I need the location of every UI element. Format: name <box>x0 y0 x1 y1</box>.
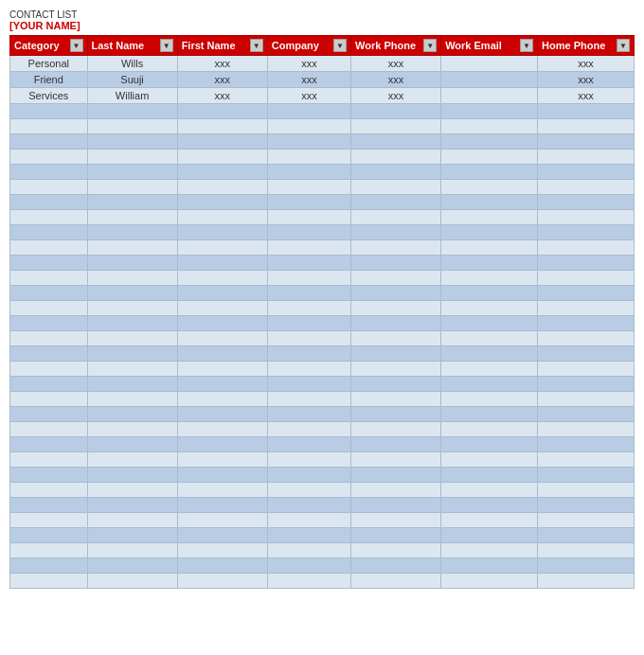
cell-company[interactable] <box>267 301 350 316</box>
cell-category[interactable] <box>10 543 88 558</box>
cell-lastname[interactable] <box>87 377 177 392</box>
cell-workphone[interactable] <box>351 210 441 225</box>
cell-homephone[interactable] <box>538 422 635 437</box>
cell-homephone[interactable] <box>538 468 635 483</box>
cell-workphone[interactable] <box>351 316 441 331</box>
cell-firstname[interactable] <box>177 422 267 437</box>
cell-company[interactable]: xxx <box>267 56 350 72</box>
cell-category[interactable] <box>10 422 88 437</box>
cell-workphone[interactable]: xxx <box>351 56 441 72</box>
cell-lastname[interactable] <box>87 271 177 286</box>
cell-workemail[interactable] <box>441 392 538 407</box>
cell-category[interactable] <box>10 468 88 483</box>
cell-category[interactable] <box>10 346 88 362</box>
cell-firstname[interactable] <box>177 195 267 210</box>
cell-homephone[interactable] <box>538 225 635 240</box>
cell-company[interactable] <box>267 543 350 558</box>
cell-homephone[interactable] <box>538 513 635 528</box>
dropdown-firstname[interactable]: ▼ <box>250 39 263 52</box>
cell-homephone[interactable] <box>538 316 635 331</box>
cell-lastname[interactable] <box>87 574 177 589</box>
cell-workphone[interactable] <box>351 286 441 301</box>
cell-firstname[interactable] <box>177 271 267 286</box>
cell-workphone[interactable] <box>351 377 441 392</box>
cell-category[interactable] <box>10 225 88 240</box>
cell-lastname[interactable]: William <box>87 88 177 104</box>
cell-homephone[interactable] <box>538 543 635 558</box>
cell-workphone[interactable] <box>351 513 441 528</box>
cell-lastname[interactable] <box>87 558 177 574</box>
cell-company[interactable] <box>267 316 350 331</box>
cell-workemail[interactable] <box>441 165 538 180</box>
cell-firstname[interactable] <box>177 210 267 225</box>
cell-homephone[interactable] <box>538 119 635 134</box>
cell-company[interactable] <box>267 574 350 589</box>
cell-category[interactable] <box>10 165 88 180</box>
cell-workemail[interactable] <box>441 72 538 88</box>
cell-category[interactable]: Personal <box>10 56 88 72</box>
cell-company[interactable] <box>267 528 350 543</box>
cell-workemail[interactable] <box>441 210 538 225</box>
cell-homephone[interactable] <box>538 301 635 316</box>
cell-company[interactable] <box>267 256 350 271</box>
cell-homephone[interactable] <box>538 452 635 468</box>
cell-firstname[interactable] <box>177 362 267 377</box>
cell-workphone[interactable] <box>351 528 441 543</box>
cell-homephone[interactable] <box>538 407 635 422</box>
cell-company[interactable]: xxx <box>267 72 350 88</box>
cell-workphone[interactable]: xxx <box>351 72 441 88</box>
cell-firstname[interactable] <box>177 119 267 134</box>
cell-category[interactable] <box>10 286 88 301</box>
cell-lastname[interactable] <box>87 316 177 331</box>
cell-firstname[interactable] <box>177 256 267 271</box>
cell-category[interactable] <box>10 180 88 195</box>
cell-lastname[interactable] <box>87 119 177 134</box>
cell-firstname[interactable] <box>177 558 267 574</box>
cell-category[interactable] <box>10 150 88 165</box>
cell-workemail[interactable] <box>441 498 538 513</box>
cell-company[interactable] <box>267 150 350 165</box>
cell-firstname[interactable] <box>177 483 267 498</box>
cell-firstname[interactable] <box>177 468 267 483</box>
cell-firstname[interactable] <box>177 574 267 589</box>
cell-company[interactable] <box>267 331 350 346</box>
cell-company[interactable] <box>267 498 350 513</box>
cell-company[interactable] <box>267 271 350 286</box>
cell-lastname[interactable] <box>87 104 177 119</box>
cell-homephone[interactable] <box>538 271 635 286</box>
cell-workemail[interactable] <box>441 377 538 392</box>
cell-category[interactable] <box>10 256 88 271</box>
cell-company[interactable] <box>267 286 350 301</box>
cell-workphone[interactable] <box>351 165 441 180</box>
cell-homephone[interactable] <box>538 362 635 377</box>
cell-homephone[interactable]: xxx <box>538 72 635 88</box>
cell-category[interactable] <box>10 104 88 119</box>
cell-workphone[interactable] <box>351 271 441 286</box>
cell-workemail[interactable] <box>441 362 538 377</box>
cell-workphone[interactable] <box>351 574 441 589</box>
cell-workemail[interactable] <box>441 88 538 104</box>
cell-company[interactable] <box>267 180 350 195</box>
cell-lastname[interactable] <box>87 407 177 422</box>
dropdown-workemail[interactable]: ▼ <box>520 39 533 52</box>
cell-workemail[interactable] <box>441 104 538 119</box>
cell-workemail[interactable] <box>441 422 538 437</box>
cell-workphone[interactable] <box>351 346 441 362</box>
cell-firstname[interactable]: xxx <box>177 88 267 104</box>
cell-category[interactable] <box>10 483 88 498</box>
cell-lastname[interactable] <box>87 543 177 558</box>
cell-homephone[interactable] <box>538 240 635 256</box>
cell-workemail[interactable] <box>441 558 538 574</box>
cell-company[interactable] <box>267 195 350 210</box>
cell-lastname[interactable] <box>87 301 177 316</box>
cell-workphone[interactable] <box>351 225 441 240</box>
cell-category[interactable] <box>10 498 88 513</box>
cell-firstname[interactable]: xxx <box>177 72 267 88</box>
cell-firstname[interactable] <box>177 377 267 392</box>
cell-firstname[interactable] <box>177 104 267 119</box>
cell-category[interactable] <box>10 558 88 574</box>
cell-category[interactable] <box>10 195 88 210</box>
cell-workphone[interactable] <box>351 452 441 468</box>
cell-workphone[interactable] <box>351 180 441 195</box>
cell-firstname[interactable] <box>177 452 267 468</box>
